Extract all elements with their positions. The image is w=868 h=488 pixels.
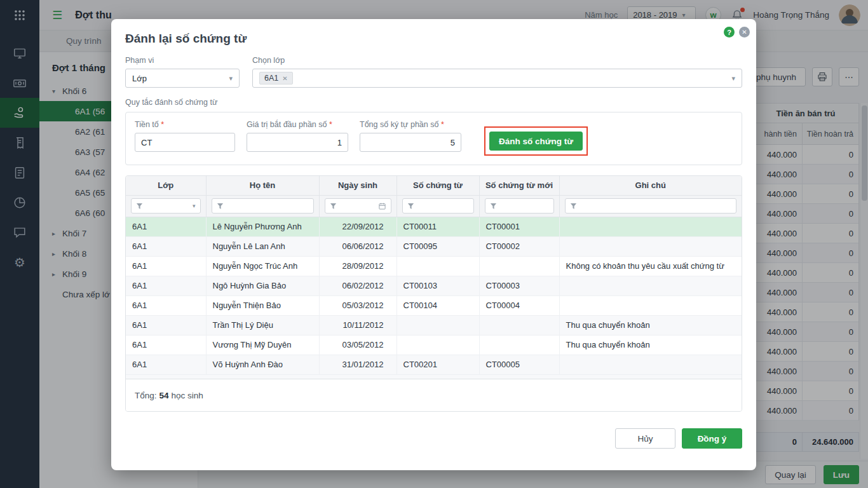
cell-doc-number: CT00104 xyxy=(397,295,479,315)
number-documents-button[interactable]: Đánh số chứng từ xyxy=(489,132,583,151)
scope-label: Phạm vi xyxy=(125,56,240,65)
cell-class: 6A1 xyxy=(126,236,206,256)
cell-new-doc-number xyxy=(479,256,559,276)
modal-title: Đánh lại số chứng từ xyxy=(125,32,742,46)
new-doc-number-filter-input[interactable] xyxy=(485,198,554,214)
summary-suffix: học sinh xyxy=(172,391,203,400)
scope-row: Phạm vi Lớp ▾ Chọn lớp 6A1 ✕ ▾ xyxy=(125,56,742,88)
dob-filter-input[interactable] xyxy=(325,198,391,214)
cell-doc-number: CT00095 xyxy=(397,236,479,256)
cell-dob: 06/06/2012 xyxy=(319,236,397,256)
numbering-rule-box: Tiền tố * Giá trị bắt đầu phần số * Tổng… xyxy=(125,112,742,165)
digit-count-input[interactable] xyxy=(360,133,461,152)
table-summary: Tổng: 54 học sinh xyxy=(126,379,742,411)
cell-doc-number: CT00011 xyxy=(397,217,479,236)
cell-dob: 22/09/2012 xyxy=(319,217,397,236)
cell-doc-number xyxy=(397,315,479,335)
cell-class: 6A1 xyxy=(126,256,206,276)
cell-note xyxy=(559,236,742,256)
filter-icon xyxy=(136,203,143,210)
cell-note: Thu qua chuyển khoản xyxy=(559,335,742,355)
cell-note xyxy=(559,217,742,236)
calendar-icon[interactable] xyxy=(378,202,386,210)
col-doc-number[interactable]: Số chứng từ xyxy=(397,176,479,195)
table-filter-row: ▾ xyxy=(126,195,742,217)
scope-value: Lớp xyxy=(132,74,147,83)
rules-section-label: Quy tắc đánh số chứng từ xyxy=(125,98,742,107)
cell-dob: 10/11/2012 xyxy=(319,315,397,335)
chevron-down-icon: ▾ xyxy=(731,74,735,83)
col-dob[interactable]: Ngày sinh xyxy=(319,176,397,195)
start-number-input[interactable] xyxy=(247,133,348,152)
col-name[interactable]: Họ tên xyxy=(206,176,319,195)
remove-tag-icon[interactable]: ✕ xyxy=(282,75,287,82)
annotation-highlight-box: Đánh số chứng từ xyxy=(484,126,588,156)
cell-class: 6A1 xyxy=(126,315,206,335)
start-number-label: Giá trị bắt đầu phần số * xyxy=(247,120,348,129)
digit-count-field: Tổng số ký tự phần số * xyxy=(360,120,461,152)
student-row[interactable]: 6A1 Lê Nguyễn Phương Anh 22/09/2012 CT00… xyxy=(126,217,742,236)
table-header-row: Lớp Họ tên Ngày sinh Số chứng từ Số chứn… xyxy=(126,176,742,195)
modal-actions: Hủy Đồng ý xyxy=(125,428,742,449)
cell-note xyxy=(559,295,742,315)
student-row[interactable]: 6A1 Nguyễn Ngọc Trúc Anh 28/09/2012 Khôn… xyxy=(126,256,742,276)
cancel-button[interactable]: Hủy xyxy=(615,428,675,449)
required-mark: * xyxy=(161,120,164,129)
note-filter-input[interactable] xyxy=(565,198,737,214)
cell-name: Nguyễn Ngọc Trúc Anh xyxy=(206,256,319,276)
cell-note xyxy=(559,355,742,374)
help-button[interactable]: ? xyxy=(724,27,735,37)
student-row[interactable]: 6A1 Nguyễn Lê Lan Anh 06/06/2012 CT00095… xyxy=(126,236,742,256)
doc-number-filter-input[interactable] xyxy=(402,198,474,214)
cell-class: 6A1 xyxy=(126,217,206,236)
prefix-input[interactable] xyxy=(135,133,235,152)
col-class[interactable]: Lớp xyxy=(126,176,206,195)
class-select-label: Chọn lớp xyxy=(252,56,742,65)
student-row[interactable]: 6A1 Ngô Huỳnh Gia Bảo 06/02/2012 CT00103… xyxy=(126,276,742,295)
class-filter-input[interactable]: ▾ xyxy=(131,198,201,214)
cell-class: 6A1 xyxy=(126,335,206,355)
cell-class: 6A1 xyxy=(126,276,206,295)
start-number-field: Giá trị bắt đầu phần số * xyxy=(247,120,348,152)
close-button[interactable]: ✕ xyxy=(739,27,750,37)
students-table-scroll[interactable]: Lớp Họ tên Ngày sinh Số chứng từ Số chứn… xyxy=(126,176,742,379)
cell-dob: 31/01/2012 xyxy=(319,355,397,374)
cell-dob: 03/05/2012 xyxy=(319,335,397,355)
scope-select[interactable]: Lớp ▾ xyxy=(125,69,240,88)
digit-count-label: Tổng số ký tự phần số * xyxy=(360,120,461,129)
student-row[interactable]: 6A1 Vương Thị Mỹ Duyên 03/05/2012 Thu qu… xyxy=(126,335,742,355)
cell-dob: 05/03/2012 xyxy=(319,295,397,315)
class-multiselect[interactable]: 6A1 ✕ ▾ xyxy=(252,69,742,88)
cell-name: Trần Thị Lý Diệu xyxy=(206,315,319,335)
col-new-doc-number[interactable]: Số chứng từ mới xyxy=(479,176,559,195)
scope-field: Phạm vi Lớp ▾ xyxy=(125,56,240,88)
cell-doc-number xyxy=(397,256,479,276)
required-mark: * xyxy=(329,120,332,129)
student-row[interactable]: 6A1 Nguyễn Thiện Bảo 05/03/2012 CT00104 … xyxy=(126,295,742,315)
col-note[interactable]: Ghi chú xyxy=(559,176,742,195)
cell-class: 6A1 xyxy=(126,295,206,315)
student-row[interactable]: 6A1 Trần Thị Lý Diệu 10/11/2012 Thu qua … xyxy=(126,315,742,335)
filter-icon xyxy=(217,203,224,210)
cell-name: Nguyễn Lê Lan Anh xyxy=(206,236,319,256)
cell-doc-number xyxy=(397,335,479,355)
name-filter-input[interactable] xyxy=(212,198,314,214)
cell-dob: 28/09/2012 xyxy=(319,256,397,276)
cell-name: Lê Nguyễn Phương Anh xyxy=(206,217,319,236)
confirm-button[interactable]: Đồng ý xyxy=(682,428,742,449)
summary-prefix: Tổng: xyxy=(135,391,157,400)
cell-name: Ngô Huỳnh Gia Bảo xyxy=(206,276,319,295)
cell-new-doc-number xyxy=(479,315,559,335)
required-mark: * xyxy=(441,120,444,129)
student-row[interactable]: 6A1 Võ Huỳnh Anh Đào 31/01/2012 CT00201 … xyxy=(126,355,742,374)
prefix-field: Tiền tố * xyxy=(135,120,235,152)
cell-name: Vương Thị Mỹ Duyên xyxy=(206,335,319,355)
cell-name: Nguyễn Thiện Bảo xyxy=(206,295,319,315)
cell-new-doc-number: CT00002 xyxy=(479,236,559,256)
cell-new-doc-number xyxy=(479,335,559,355)
chevron-down-icon: ▾ xyxy=(229,74,233,83)
summary-count: 54 xyxy=(159,391,169,400)
cell-name: Võ Huỳnh Anh Đào xyxy=(206,355,319,374)
filter-icon xyxy=(330,203,337,210)
students-table-body: 6A1 Lê Nguyễn Phương Anh 22/09/2012 CT00… xyxy=(126,217,742,374)
